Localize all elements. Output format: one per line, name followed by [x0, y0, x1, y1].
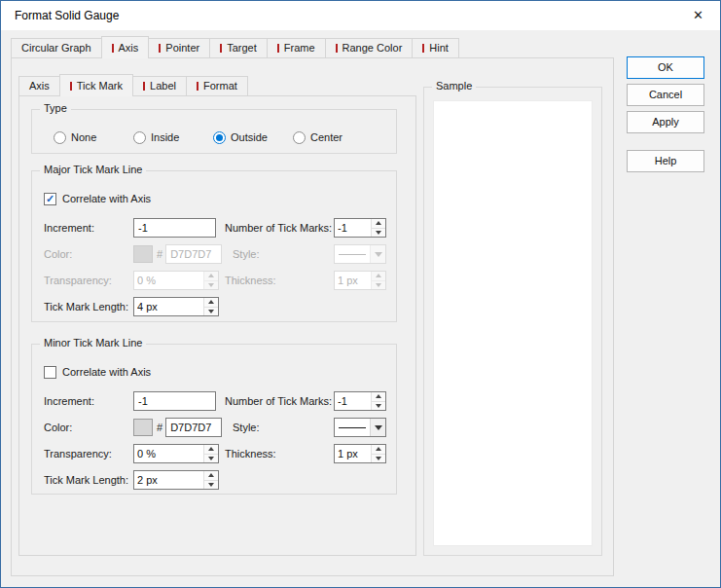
sample-preview — [433, 100, 593, 546]
spinner-down-button — [372, 280, 385, 290]
major-color-hex-input — [165, 244, 222, 264]
major-transparency-input — [134, 272, 203, 289]
radio-inside[interactable]: Inside — [133, 131, 213, 144]
major-correlate-checkbox[interactable]: ✓ — [44, 193, 56, 205]
major-increment-row: Increment: Number of Tick Marks: — [44, 218, 386, 238]
minor-color-swatch[interactable] — [133, 419, 153, 436]
tab-range-color[interactable]: Range Color — [325, 38, 414, 57]
line-style-sample — [335, 245, 370, 263]
hash-sign: # — [157, 422, 162, 433]
major-thickness-input — [335, 272, 371, 289]
apply-button[interactable]: Apply — [627, 111, 704, 133]
cancel-button[interactable]: Cancel — [627, 84, 704, 106]
spinner-down-button — [204, 280, 218, 290]
radio-icon — [133, 131, 146, 144]
tab-target[interactable]: Target — [209, 38, 268, 57]
minor-tick-mark-group: Minor Tick Mark Line Correlate with Axis… — [31, 344, 397, 495]
red-mark-icon — [336, 44, 338, 53]
minor-tick-length-row: Tick Mark Length: — [44, 470, 386, 490]
help-button[interactable]: Help — [627, 150, 704, 172]
close-button[interactable]: ✕ — [676, 1, 720, 30]
major-tick-length-input[interactable] — [134, 298, 203, 315]
spinner-down-button[interactable] — [372, 454, 385, 463]
tab-hint[interactable]: Hint — [412, 38, 459, 57]
minor-increment-input[interactable] — [133, 391, 216, 411]
tick-mark-panel: Type None Inside Outside Center Major Ti… — [18, 95, 416, 556]
minor-increment-label: Increment: — [44, 395, 133, 407]
spinner-down-button[interactable] — [204, 307, 218, 316]
spinner-down-button[interactable] — [372, 228, 385, 238]
tab-pointer[interactable]: Pointer — [148, 38, 210, 57]
minor-num-ticks-label: Number of Tick Marks: — [223, 395, 334, 407]
red-mark-icon — [70, 82, 72, 91]
major-transparency-row: Transparency: Thickness: — [44, 271, 386, 290]
minor-thickness-input[interactable] — [335, 445, 371, 462]
spinner-down-button[interactable] — [204, 454, 218, 463]
major-color-row: Color: # Style: — [44, 244, 386, 264]
minor-num-ticks-input[interactable] — [335, 392, 371, 410]
minor-color-row: Color: # Style: — [44, 418, 386, 437]
radio-icon — [293, 131, 306, 144]
minor-tick-length-input[interactable] — [134, 471, 203, 489]
spinner-down-button[interactable] — [372, 401, 385, 411]
dialog-title: Format Solid Gauge — [15, 1, 119, 30]
tab-frame[interactable]: Frame — [267, 38, 326, 57]
major-correlate-label: Correlate with Axis — [62, 193, 151, 204]
major-color-swatch — [133, 245, 153, 263]
spinner-up-button[interactable] — [372, 392, 385, 401]
major-num-ticks-label: Number of Tick Marks: — [223, 222, 334, 234]
radio-none[interactable]: None — [54, 131, 133, 144]
major-transparency-label: Transparency: — [44, 275, 133, 286]
red-mark-icon — [143, 82, 145, 91]
red-mark-icon — [277, 44, 279, 53]
top-tab-bar: Circular Graph Axis Pointer Target Frame… — [11, 36, 459, 58]
spinner-up-button — [204, 272, 218, 280]
sample-group: Sample — [423, 87, 602, 556]
tab-axis[interactable]: Axis — [101, 36, 150, 58]
spinner-down-button[interactable] — [204, 480, 218, 490]
minor-transparency-input[interactable] — [134, 445, 203, 462]
inner-tab-label[interactable]: Label — [132, 76, 187, 95]
radio-outside[interactable]: Outside — [213, 131, 293, 144]
inner-tab-tick-mark[interactable]: Tick Mark — [59, 74, 133, 96]
radio-center[interactable]: Center — [293, 131, 373, 144]
major-style-dropdown — [334, 244, 386, 264]
major-num-ticks-input[interactable] — [335, 219, 371, 237]
major-tick-mark-group: Major Tick Mark Line ✓ Correlate with Ax… — [31, 170, 397, 322]
major-increment-input[interactable] — [133, 218, 216, 238]
minor-correlate-row: Correlate with Axis — [44, 362, 386, 382]
type-radio-row: None Inside Outside Center — [54, 128, 390, 147]
major-increment-label: Increment: — [44, 222, 133, 234]
spinner-up-button[interactable] — [204, 445, 218, 454]
major-style-label: Style: — [231, 248, 334, 260]
spinner-up-button[interactable] — [204, 298, 218, 307]
minor-transparency-label: Transparency: — [44, 448, 133, 459]
minor-correlate-checkbox[interactable] — [44, 366, 56, 379]
tab-circular-graph[interactable]: Circular Graph — [11, 38, 102, 57]
ok-button[interactable]: OK — [627, 56, 704, 79]
red-mark-icon — [220, 44, 222, 53]
spinner-up-button[interactable] — [204, 471, 218, 480]
major-group-title: Major Tick Mark Line — [40, 164, 146, 175]
type-group: Type None Inside Outside Center — [31, 109, 397, 154]
red-mark-icon — [422, 44, 424, 53]
major-thickness-label: Thickness: — [223, 275, 334, 286]
sample-group-title: Sample — [432, 80, 476, 92]
radio-selected-icon — [213, 131, 226, 144]
minor-color-hex-input[interactable] — [165, 418, 222, 437]
minor-style-dropdown[interactable] — [334, 418, 386, 437]
spinner-up-button[interactable] — [372, 219, 385, 228]
red-mark-icon — [159, 44, 161, 53]
minor-thickness-label: Thickness: — [223, 448, 334, 459]
inner-tab-bar: Axis Tick Mark Label Format — [18, 74, 248, 96]
red-mark-icon — [112, 44, 114, 53]
major-tick-length-label: Tick Mark Length: — [44, 301, 133, 312]
major-correlate-row: ✓ Correlate with Axis — [44, 189, 386, 208]
minor-color-label: Color: — [44, 422, 133, 433]
dropdown-arrow-icon — [370, 419, 385, 436]
red-mark-icon — [197, 82, 198, 91]
minor-tick-length-label: Tick Mark Length: — [44, 474, 133, 486]
spinner-up-button[interactable] — [372, 445, 385, 454]
inner-tab-axis[interactable]: Axis — [18, 76, 60, 95]
inner-tab-format[interactable]: Format — [186, 76, 248, 95]
